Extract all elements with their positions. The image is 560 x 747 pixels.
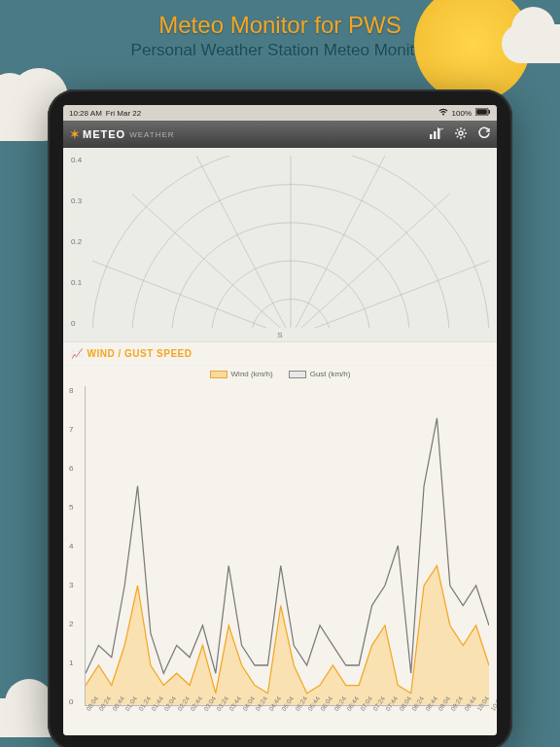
- svg-rect-5: [438, 128, 440, 139]
- y-axis-ticks: 012345678: [69, 386, 73, 706]
- polar-south-label: S: [277, 331, 282, 339]
- brand-main: METEO: [83, 128, 125, 140]
- polar-y-axis: 0.40.30.20.10: [71, 148, 82, 341]
- wind-gust-chart[interactable]: 012345678 00:0400:2400:4401:0401:2401:44…: [63, 382, 497, 735]
- svg-line-15: [291, 194, 449, 328]
- svg-rect-4: [434, 131, 437, 139]
- battery-icon: [475, 108, 491, 118]
- svg-rect-3: [430, 134, 433, 139]
- polar-grid: [92, 156, 489, 328]
- svg-rect-1: [476, 109, 487, 115]
- svg-line-16: [132, 194, 291, 328]
- refresh-icon[interactable]: [477, 126, 491, 143]
- brand-sub: WEATHER: [129, 130, 174, 139]
- status-time: 10:28 AM: [69, 109, 102, 118]
- ipad-frame: 10:28 AM Fri Mar 22 100% ✶ METEO WEATHER: [48, 89, 512, 747]
- legend-wind: Wind (km/h): [210, 370, 273, 378]
- status-date: Fri Mar 22: [106, 109, 141, 118]
- legend-gust: Gust (km/h): [289, 370, 351, 378]
- x-axis-ticks: 00:0400:2400:4401:0401:2401:4402:0402:24…: [85, 708, 489, 731]
- ipad-screen: 10:28 AM Fri Mar 22 100% ✶ METEO WEATHER: [63, 105, 497, 735]
- section-title: WIND / GUST SPEED: [88, 348, 192, 359]
- plot-area: [85, 386, 489, 706]
- polar-chart-pane[interactable]: 0.40.30.20.10: [63, 148, 497, 342]
- brand-icon: ✶: [69, 126, 81, 142]
- svg-line-19: [291, 261, 489, 328]
- app-toolbar: ✶ METEO WEATHER: [63, 121, 497, 148]
- chart-icon: 📈: [71, 348, 84, 359]
- brand: ✶ METEO WEATHER: [69, 126, 175, 142]
- gear-icon[interactable]: [454, 126, 468, 143]
- battery-pct: 100%: [452, 109, 472, 118]
- section-header: 📈WIND / GUST SPEED: [63, 342, 497, 366]
- svg-line-20: [92, 261, 291, 328]
- bg-cloud: [502, 24, 560, 63]
- charts-icon[interactable]: [429, 126, 444, 143]
- svg-point-6: [459, 131, 463, 135]
- chart-legend: Wind (km/h) Gust (km/h): [63, 366, 497, 382]
- status-bar: 10:28 AM Fri Mar 22 100%: [63, 105, 497, 121]
- svg-rect-2: [489, 110, 491, 114]
- wifi-icon: [438, 108, 448, 118]
